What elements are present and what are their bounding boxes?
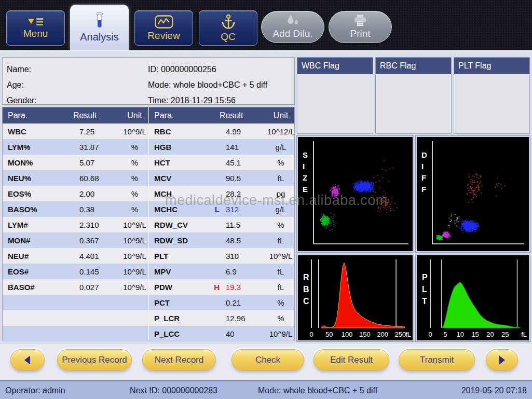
cell-para: LYM# <box>3 221 64 229</box>
cell-unit: 10^9/L <box>121 252 148 260</box>
button-print-label: Print <box>350 28 370 39</box>
button-print[interactable]: Print <box>329 11 392 43</box>
cell-unit: 10^9/L <box>121 236 148 245</box>
svg-text:L: L <box>422 285 427 294</box>
tab-review-label: Review <box>147 30 180 42</box>
cell-para: EOS# <box>3 267 64 276</box>
patient-info-panel: Name: Age: Gender: ID: 000000000256 Mode… <box>2 57 295 105</box>
cell-unit: fL <box>267 283 294 292</box>
button-add-diluent[interactable]: Add Dilu. <box>261 11 324 43</box>
edit-result-button[interactable]: Edit Result <box>313 349 389 370</box>
svg-text:P: P <box>422 273 428 282</box>
next-record-button[interactable]: Next Record <box>142 349 216 370</box>
cell-result: 31.87 <box>73 143 121 152</box>
svg-text:5: 5 <box>443 331 447 338</box>
cell-unit: % <box>121 205 148 214</box>
size-scattergram: SIZE <box>298 137 413 251</box>
table-row: LYM#2.31010^9/L <box>3 217 148 232</box>
svg-text:F: F <box>421 173 426 182</box>
size-scattergram-panel: SIZE <box>297 136 414 252</box>
status-next-id: Next ID: 000000000283 <box>130 386 217 395</box>
previous-page-arrow-button[interactable] <box>10 349 45 370</box>
bottom-button-bar: Previous Record Next Record Check Edit R… <box>0 344 532 380</box>
cell-para: BASO# <box>3 283 64 292</box>
tab-analysis[interactable]: Analysis <box>70 5 129 50</box>
table-row: RDW_SD48.5fL <box>149 232 294 248</box>
tab-qc[interactable]: QC <box>199 10 257 46</box>
cell-unit: 10^9/L <box>121 267 148 276</box>
next-page-arrow-button[interactable] <box>486 349 518 370</box>
table-body-left: WBC7.2510^9/LLYM%31.87%MON%5.07%NEU%60.6… <box>3 123 148 341</box>
review-monitor-icon <box>155 15 173 29</box>
cell-para: MPV <box>149 267 210 276</box>
table-row: NEU#4.40110^9/L <box>3 248 148 264</box>
table-row: EOS%2.00% <box>3 186 148 201</box>
check-button[interactable]: Check <box>231 349 304 370</box>
table-row: MON%5.07% <box>3 155 148 170</box>
cell-para: MCH <box>149 189 210 198</box>
cell-para: P_LCC <box>149 329 210 338</box>
wbc-flag-title: WBC Flag <box>297 58 373 74</box>
table-row: PCT0.21% <box>149 295 294 310</box>
previous-record-button[interactable]: Previous Record <box>57 349 132 370</box>
rbc-flag-panel: RBC Flag <box>375 57 452 134</box>
col-result: Result <box>73 111 121 120</box>
scattergram-row: SIZE DIFF <box>297 136 530 252</box>
table-row: PDWH19.3fL <box>149 279 294 295</box>
col-unit: Unit <box>267 111 294 120</box>
results-table: Para. Result Unit WBC7.2510^9/LLYM%31.87… <box>2 107 295 341</box>
cell-flag: H <box>210 283 220 292</box>
col-para: Para. <box>149 111 210 120</box>
col-unit: Unit <box>121 111 148 120</box>
table-row <box>3 326 148 341</box>
table-row: WBC7.2510^9/L <box>3 123 148 139</box>
tab-qc-label: QC <box>221 31 236 43</box>
rbc-flag-title: RBC Flag <box>376 58 451 74</box>
cell-unit: 10^9/L <box>267 252 294 260</box>
status-operator: Operator: admin <box>5 386 65 395</box>
cell-unit: % <box>121 189 148 198</box>
main-content: Name: Age: Gender: ID: 000000000256 Mode… <box>0 50 532 344</box>
cell-unit: fL <box>267 267 294 276</box>
anchor-icon <box>221 14 236 30</box>
cell-unit: 10^12/L <box>267 127 295 136</box>
tab-menu[interactable]: Menu <box>6 10 65 46</box>
cell-para: NEU# <box>3 252 64 260</box>
svg-text:25: 25 <box>501 331 509 338</box>
svg-text:B: B <box>303 285 309 294</box>
diff-scattergram-panel: DIFF <box>416 136 530 252</box>
table-row: MCV90.5fL <box>149 170 294 186</box>
flag-panels: WBC Flag RBC Flag PLT Flag <box>297 57 530 134</box>
svg-text:fL: fL <box>405 331 411 338</box>
cell-para: MCV <box>149 174 210 183</box>
cell-unit: % <box>121 174 148 183</box>
results-table-left: Para. Result Unit WBC7.2510^9/LLYM%31.87… <box>3 107 148 340</box>
button-add-diluent-label: Add Dilu. <box>272 28 312 39</box>
tab-review[interactable]: Review <box>134 10 193 46</box>
cell-result: 0.027 <box>73 283 121 292</box>
svg-text:15: 15 <box>471 331 479 338</box>
histogram-row: RBC050100150200250fL PLT0510152025fL <box>297 254 530 341</box>
cell-para: PDW <box>149 283 210 292</box>
cell-para: PCT <box>149 298 210 307</box>
cell-unit: % <box>267 221 294 229</box>
cell-result: 11.5 <box>220 221 267 229</box>
cell-para: EOS% <box>3 189 64 198</box>
svg-text:Z: Z <box>303 173 307 182</box>
test-tube-icon <box>96 12 104 29</box>
cell-unit: fL <box>267 174 294 183</box>
table-header: Para. Result Unit <box>149 107 294 123</box>
cell-result: 7.25 <box>73 127 121 136</box>
cell-result: 0.21 <box>220 298 267 307</box>
rbc-histogram-panel: RBC050100150200250fL <box>297 254 414 341</box>
cell-result: 0.38 <box>73 205 121 214</box>
cell-para: PLT <box>149 252 210 260</box>
cell-unit: % <box>267 158 294 167</box>
transmit-button[interactable]: Transmit <box>399 349 475 370</box>
cell-result: 2.00 <box>73 189 121 198</box>
table-row: MCHCL312g/L <box>149 201 294 217</box>
cell-result: 4.401 <box>73 252 121 260</box>
sample-mode: Mode: whole blood+CBC + 5 diff <box>148 80 267 90</box>
cell-para: P_LCR <box>149 314 210 323</box>
cell-para: HCT <box>149 158 210 167</box>
